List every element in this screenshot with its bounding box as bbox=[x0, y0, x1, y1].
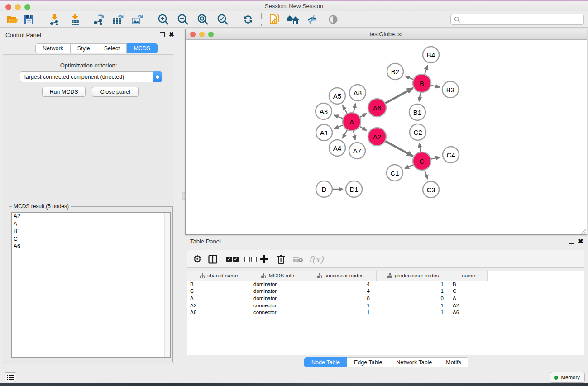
refresh-icon[interactable] bbox=[241, 13, 255, 26]
import-network-icon[interactable] bbox=[47, 13, 62, 26]
save-session-icon[interactable] bbox=[22, 13, 36, 26]
float-panel-icon[interactable] bbox=[160, 32, 165, 37]
graph-edge-C-C3[interactable] bbox=[425, 170, 427, 179]
close-window-button[interactable] bbox=[190, 32, 196, 37]
tab-network-table[interactable]: Network Table bbox=[389, 357, 439, 367]
graph-edge-A-A5[interactable] bbox=[343, 105, 347, 114]
graph-node-label: B4 bbox=[427, 51, 435, 59]
graph-edge-B-B4[interactable] bbox=[425, 65, 427, 74]
table-row[interactable]: Cdominator41C bbox=[187, 288, 584, 295]
close-panel-icon[interactable]: ✖ bbox=[578, 239, 583, 244]
network-view-window: testGlobe.txt AA6A2BCA5A8A3A1A4A7B2B4B3B… bbox=[185, 29, 587, 235]
minimize-window-button[interactable] bbox=[15, 4, 21, 10]
column-header-successor-nodes[interactable]: successor nodes bbox=[305, 271, 376, 281]
mcds-result-item[interactable]: C bbox=[12, 235, 170, 243]
resize-grip-icon[interactable] bbox=[581, 229, 586, 234]
clone-network-icon[interactable] bbox=[268, 13, 282, 26]
zoom-out-icon[interactable] bbox=[176, 13, 190, 26]
table-cell: 4 bbox=[305, 281, 376, 288]
select-all-icon[interactable]: ✓✓ bbox=[226, 253, 239, 266]
tab-network[interactable]: Network bbox=[35, 43, 71, 53]
graph-edge-A-A2[interactable] bbox=[360, 127, 367, 131]
table-row[interactable]: Bdominator41B bbox=[187, 281, 584, 288]
close-panel-icon[interactable]: ✖ bbox=[169, 32, 174, 37]
open-file-icon[interactable] bbox=[5, 13, 20, 26]
scrollbar[interactable] bbox=[164, 213, 170, 357]
optimization-criterion-select[interactable]: largest connected component (directed) bbox=[20, 71, 162, 82]
graph-edge-C-C1[interactable] bbox=[405, 165, 413, 168]
graph-edge-A-A6[interactable] bbox=[360, 114, 367, 117]
list-icon bbox=[7, 375, 14, 381]
graph-edge-B-B3[interactable] bbox=[431, 86, 440, 87]
delete-table-trash-icon[interactable] bbox=[277, 253, 285, 266]
search-field[interactable] bbox=[450, 14, 584, 25]
close-panel-button[interactable]: Close panel bbox=[92, 87, 139, 97]
show-task-history-button[interactable] bbox=[5, 372, 16, 382]
tab-mcds[interactable]: MCDS bbox=[127, 43, 158, 53]
graph-edge-C-C2[interactable] bbox=[419, 143, 421, 152]
zoom-in-icon[interactable] bbox=[156, 13, 171, 26]
graph-edge-A-A8[interactable] bbox=[354, 104, 355, 113]
mcds-result-item[interactable]: B bbox=[12, 228, 170, 235]
graph-edge-A6-B[interactable] bbox=[385, 88, 413, 103]
show-columns-icon[interactable] bbox=[208, 253, 217, 266]
search-input[interactable] bbox=[463, 16, 583, 23]
graph-edge-B-B1[interactable] bbox=[419, 93, 421, 102]
window-controls bbox=[5, 4, 30, 10]
network-canvas[interactable]: AA6A2BCA5A8A3A1A4A7B2B4B3B1C2C4C1C3DD1 bbox=[186, 40, 587, 234]
tab-edge-table[interactable]: Edge Table bbox=[347, 357, 389, 367]
column-header-mcds-role[interactable]: MCDS role bbox=[251, 271, 305, 281]
tab-motifs[interactable]: Motifs bbox=[439, 357, 468, 367]
graph-edge-A2-C[interactable] bbox=[385, 141, 413, 156]
app-title: Session: New Session bbox=[0, 1, 588, 11]
attribute-icon bbox=[317, 273, 322, 278]
home-icon[interactable] bbox=[286, 13, 300, 26]
graph-edge-A-A4[interactable] bbox=[343, 130, 347, 138]
zoom-window-button[interactable] bbox=[24, 4, 30, 10]
column-header-predecessor-nodes[interactable]: predecessor nodes bbox=[376, 271, 450, 281]
mcds-result-item[interactable]: A bbox=[12, 220, 170, 228]
graph-edge-C-C4[interactable] bbox=[431, 157, 440, 159]
network-window-titlebar[interactable]: testGlobe.txt bbox=[186, 29, 587, 40]
graph-edge-B-B2[interactable] bbox=[405, 76, 413, 80]
export-table-icon[interactable] bbox=[111, 13, 125, 26]
export-image-icon[interactable] bbox=[130, 13, 144, 26]
toolbar-separator bbox=[89, 13, 89, 26]
tab-select[interactable]: Select bbox=[97, 43, 127, 53]
zoom-selected-icon[interactable] bbox=[215, 13, 230, 26]
memory-button[interactable]: Memory bbox=[550, 372, 585, 383]
hide-panel-icon[interactable] bbox=[305, 13, 320, 26]
table-row[interactable]: A6connector11A6 bbox=[187, 309, 584, 316]
desktop-background bbox=[0, 383, 588, 386]
zoom-window-button[interactable] bbox=[208, 32, 214, 37]
run-mcds-button[interactable]: Run MCDS bbox=[42, 87, 86, 97]
deselect-all-icon[interactable] bbox=[244, 253, 257, 266]
mcds-result-item[interactable]: A6 bbox=[12, 243, 170, 250]
close-window-button[interactable] bbox=[5, 4, 11, 10]
table-settings-gear-icon[interactable]: ⚙ bbox=[193, 253, 202, 266]
graph-edge-A-A1[interactable] bbox=[334, 125, 343, 129]
graph-node-label: A3 bbox=[320, 108, 328, 115]
import-table-icon[interactable] bbox=[68, 13, 82, 26]
float-panel-icon[interactable] bbox=[569, 239, 574, 244]
tab-style[interactable]: Style bbox=[71, 43, 97, 53]
dropdown-arrows-icon bbox=[153, 71, 162, 82]
tab-node-table[interactable]: Node Table bbox=[304, 357, 347, 367]
table-cell: 0 bbox=[376, 295, 450, 302]
mcds-result-item[interactable]: A2 bbox=[12, 213, 170, 220]
graph-edge-A-A3[interactable] bbox=[334, 115, 343, 118]
table-cell: 1 bbox=[376, 281, 450, 288]
column-header-shared-name[interactable]: shared name bbox=[187, 271, 251, 281]
minimize-window-button[interactable] bbox=[199, 32, 205, 37]
graph-edge-A-A7[interactable] bbox=[354, 131, 355, 140]
table-row[interactable]: Adominator80A bbox=[187, 295, 584, 302]
add-column-icon[interactable] bbox=[260, 253, 269, 266]
panel-divider-grip[interactable] bbox=[182, 192, 185, 200]
export-network-icon[interactable] bbox=[91, 13, 106, 26]
table-panel-title: Table Panel bbox=[190, 238, 221, 245]
table-row[interactable]: A2connector11A2 bbox=[187, 302, 584, 309]
attribute-icon bbox=[387, 273, 392, 278]
zoom-fit-icon[interactable] bbox=[196, 13, 210, 26]
eye-icon[interactable] bbox=[326, 13, 340, 26]
column-header-name[interactable]: name bbox=[450, 271, 487, 281]
